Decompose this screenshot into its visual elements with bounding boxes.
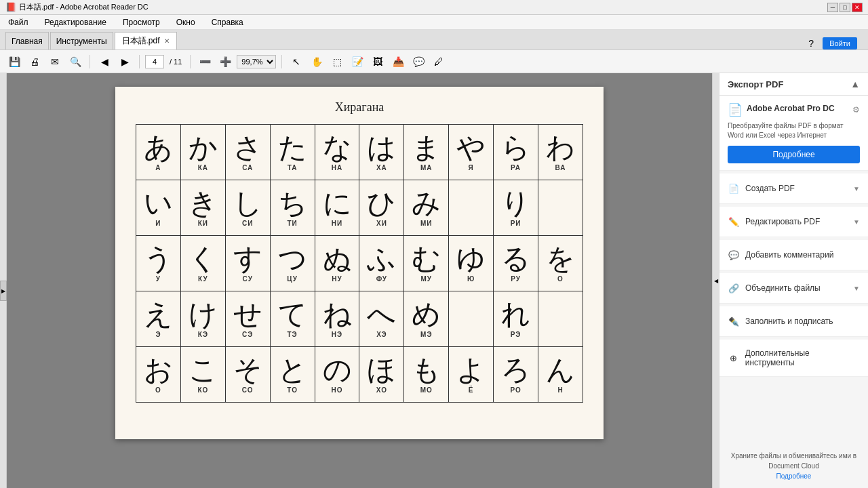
panel-section-row-3[interactable]: 🔗Объединить файлы▼ — [728, 277, 860, 299]
table-cell: そСО — [225, 347, 270, 403]
marquee-zoom-btn[interactable]: ⬚ — [328, 53, 346, 70]
kana-label: МУ — [406, 275, 447, 283]
kana-label: КИ — [182, 220, 224, 227]
title-bar: 📕 日本語.pdf - Adobe Acrobat Reader DC ─ □ … — [0, 0, 868, 15]
kana-label: КЭ — [182, 331, 224, 338]
tab-document[interactable]: 日本語.pdf ✕ — [115, 32, 177, 49]
kana-character: そ — [227, 356, 269, 384]
kana-label: НЭ — [317, 331, 358, 338]
kana-label: ХИ — [361, 220, 402, 227]
table-cell: みМИ — [404, 180, 449, 236]
table-cell — [449, 180, 494, 236]
export-card-settings-icon[interactable]: ⚙ — [852, 105, 860, 115]
kana-label: ТЭ — [272, 331, 313, 338]
kana-label: У — [138, 275, 179, 283]
table-cell: らРА — [494, 125, 538, 180]
kana-character: し — [227, 189, 269, 218]
tab-home[interactable]: Главная — [5, 32, 49, 49]
kana-character: は — [361, 134, 402, 162]
kana-character: ち — [272, 189, 313, 218]
title-bar-left: 📕 日本語.pdf - Adobe Acrobat Reader DC — [5, 2, 149, 12]
collapse-btn[interactable]: ▲ — [850, 79, 860, 89]
table-cell: へХЭ — [359, 291, 404, 347]
kana-character: う — [138, 245, 179, 273]
email-btn[interactable]: ✉ — [46, 53, 64, 70]
menu-file[interactable]: Файл — [4, 16, 33, 28]
panel-footer-link[interactable]: Подробнее — [776, 472, 812, 480]
kana-label: КО — [182, 386, 224, 394]
stamp-btn[interactable]: 🖼 — [369, 53, 387, 70]
right-panel-toggle[interactable]: ◀ — [712, 73, 719, 488]
kana-character: に — [317, 189, 358, 218]
menu-view[interactable]: Просмотр — [119, 16, 164, 28]
panel-section-row-1[interactable]: ✏️Редактировать PDF▼ — [728, 211, 860, 232]
highlight-btn[interactable]: 🖊 — [430, 53, 448, 70]
export-card-btn[interactable]: Подробнее — [728, 146, 860, 163]
kana-character: も — [406, 356, 447, 384]
print-btn[interactable]: 🖨 — [26, 53, 43, 70]
panel-section-row-2[interactable]: 💬Добавить комментарий — [728, 244, 860, 266]
zoom-select[interactable]: 99,7% — [237, 55, 276, 68]
kana-character: ゆ — [450, 245, 492, 273]
table-cell: えЭ — [136, 291, 181, 347]
panel-section-label-5: Дополнительные инструменты — [745, 348, 860, 367]
kana-label: РО — [495, 386, 536, 394]
hand-tool-btn[interactable]: ✋ — [308, 53, 326, 70]
kana-label: ХЭ — [361, 331, 402, 338]
panel-section-label-1: Редактировать PDF — [745, 217, 820, 226]
kana-label: СИ — [227, 220, 269, 227]
kana-character: ほ — [361, 356, 402, 384]
help-icon[interactable]: ? — [805, 37, 817, 49]
zoom-out-btn[interactable]: ➖ — [196, 53, 214, 70]
right-panel-title: Экспорт PDF — [728, 79, 783, 89]
kana-label: ТИ — [272, 220, 313, 227]
panel-section-row-5[interactable]: ⊕Дополнительные инструменты — [728, 344, 860, 372]
kana-character: え — [138, 300, 179, 329]
tab-close-btn[interactable]: ✕ — [164, 37, 170, 45]
panel-sections: 📄Создать PDF▼✏️Редактировать PDF▼💬Добави… — [719, 171, 868, 377]
minimize-button[interactable]: ─ — [827, 3, 838, 12]
kana-character: か — [182, 134, 224, 162]
kana-label: МИ — [406, 220, 447, 227]
panel-section-row-0[interactable]: 📄Создать PDF▼ — [728, 178, 860, 199]
table-cell: おО — [136, 347, 181, 403]
menu-help[interactable]: Справка — [208, 16, 248, 28]
export-card: 📄 Adobe Acrobat Pro DC ⚙ Преобразуйте фа… — [719, 96, 868, 171]
comment-btn[interactable]: 💬 — [410, 53, 427, 70]
search-btn[interactable]: 🔍 — [66, 53, 84, 70]
kana-label: Ю — [450, 275, 492, 283]
kana-label: НА — [317, 164, 358, 171]
kana-label: СО — [227, 386, 269, 394]
kana-label: ВА — [540, 164, 581, 171]
save-btn[interactable]: 💾 — [5, 53, 23, 70]
kana-character: す — [227, 245, 269, 273]
sidebar-toggle-left[interactable]: ▶ — [0, 281, 7, 301]
annotation-btn[interactable]: 📝 — [349, 53, 366, 70]
menu-window[interactable]: Окно — [172, 16, 199, 28]
zoom-in-btn[interactable]: ➕ — [216, 53, 234, 70]
kana-label: И — [138, 220, 179, 227]
table-cell: ほХО — [359, 347, 404, 403]
next-page-btn[interactable]: ▶ — [116, 53, 134, 70]
table-cell: ちТИ — [270, 180, 315, 236]
menu-edit[interactable]: Редактирование — [41, 16, 111, 28]
maximize-button[interactable]: □ — [840, 3, 850, 12]
sign-btn[interactable]: 📥 — [389, 53, 407, 70]
close-button[interactable]: ✕ — [852, 3, 863, 12]
table-cell: たТА — [270, 125, 315, 180]
kana-character: の — [317, 356, 358, 384]
login-button[interactable]: Войти — [823, 37, 857, 49]
kana-character: る — [495, 245, 536, 273]
table-cell: むМУ — [404, 236, 449, 291]
tab-tools[interactable]: Инструменты — [50, 32, 113, 49]
kana-label: А — [138, 164, 179, 171]
panel-section-row-4[interactable]: ✒️Заполнить и подписать — [728, 310, 860, 332]
select-tool-btn[interactable]: ↖ — [288, 53, 305, 70]
prev-page-btn[interactable]: ◀ — [96, 53, 113, 70]
pdf-viewer[interactable]: Хирагана あАかКАさСАたТАなНАはХАまМАやЯらРАわВАいИき… — [7, 73, 712, 488]
kana-label: КА — [182, 164, 224, 171]
table-cell: きКИ — [180, 180, 225, 236]
table-cell — [538, 180, 583, 236]
kana-label: МА — [406, 164, 447, 171]
page-number-input[interactable] — [145, 55, 164, 68]
